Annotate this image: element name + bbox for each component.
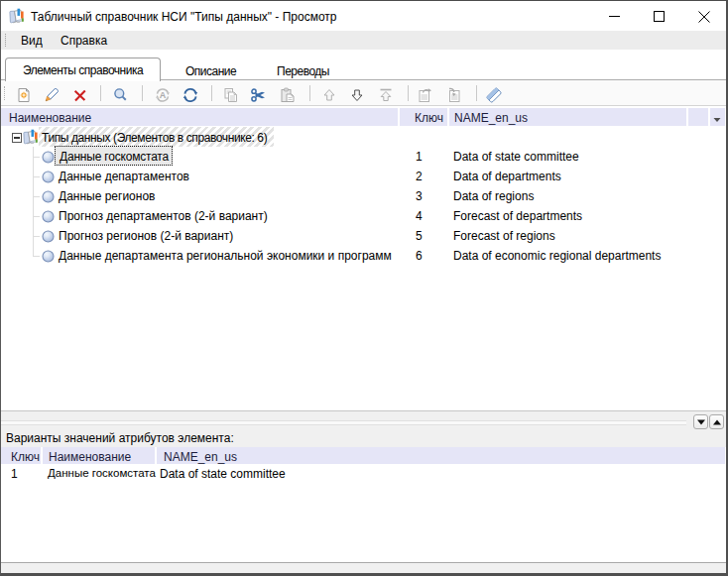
svg-text:A: A [160, 90, 167, 100]
